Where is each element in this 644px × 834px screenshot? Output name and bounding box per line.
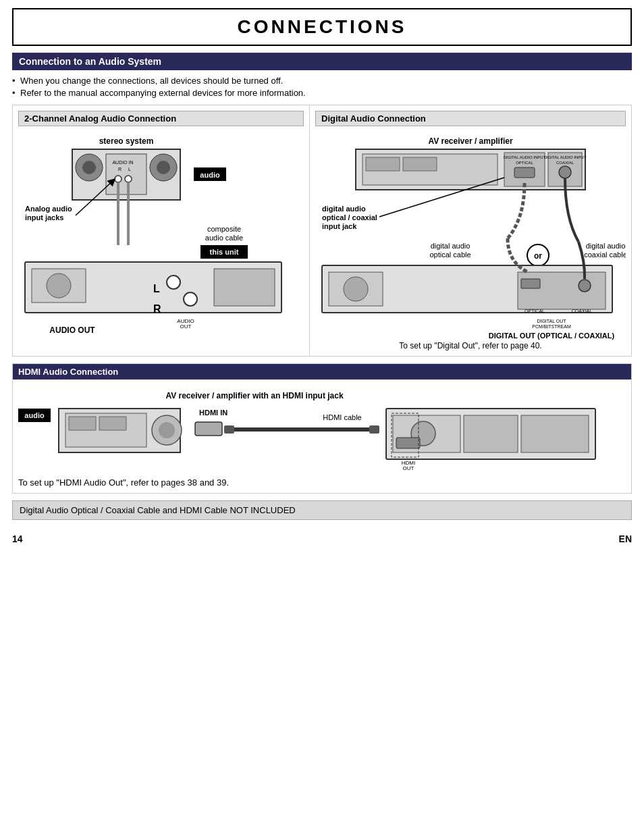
svg-text:AV receiver / amplifier: AV receiver / amplifier	[428, 136, 513, 146]
svg-text:COAXIAL: COAXIAL	[556, 161, 574, 165]
svg-rect-27	[214, 269, 275, 306]
svg-text:digital audio: digital audio	[431, 242, 471, 250]
bullet-list: When you change the connections, all dev…	[12, 76, 632, 98]
svg-rect-85	[369, 425, 379, 434]
svg-text:Analog audio: Analog audio	[25, 205, 72, 213]
svg-point-11	[125, 176, 132, 182]
svg-rect-61	[518, 272, 606, 309]
svg-text:COAXIAL: COAXIAL	[572, 309, 592, 313]
page-title: CONNECTIONS	[14, 16, 630, 38]
svg-point-3	[82, 161, 96, 174]
page-title-bar: CONNECTIONS	[12, 8, 632, 46]
hdmi-svg: audio AV receiver / amplifier with an HD…	[18, 385, 626, 473]
svg-text:L: L	[153, 283, 160, 294]
svg-text:this unit: this unit	[210, 248, 239, 256]
svg-text:optical / coaxial: optical / coaxial	[322, 213, 377, 221]
hdmi-inner: audio AV receiver / amplifier with an HD…	[13, 380, 631, 493]
svg-text:AV receiver / amplifier with a: AV receiver / amplifier with an HDMI inp…	[165, 391, 344, 400]
section1-header: Connection to an Audio System	[12, 53, 632, 70]
svg-rect-89	[521, 415, 589, 452]
svg-text:HDMI cable: HDMI cable	[323, 413, 361, 421]
svg-point-79	[159, 422, 175, 438]
analog-svg: stereo system AUDIO IN R L Analog audio	[18, 130, 302, 340]
svg-rect-83	[224, 425, 234, 434]
svg-rect-38	[366, 157, 400, 171]
svg-point-10	[115, 176, 122, 182]
svg-text:R: R	[118, 167, 122, 172]
hdmi-section: HDMI Audio Connection audio AV receiver …	[12, 363, 632, 494]
hdmi-header: HDMI Audio Connection	[13, 364, 631, 380]
svg-rect-88	[464, 415, 518, 452]
hdmi-setup-note: To set up "HDMI Audio Out", refer to pag…	[18, 477, 626, 488]
svg-rect-93	[396, 438, 420, 448]
svg-text:OPTICAL: OPTICAL	[516, 161, 533, 165]
svg-rect-81	[195, 422, 222, 436]
bullet-2: Refer to the manual accompanying externa…	[12, 88, 632, 98]
svg-rect-64	[521, 279, 540, 288]
bullet-1: When you change the connections, all dev…	[12, 76, 632, 86]
language-code: EN	[619, 533, 632, 544]
svg-text:input jack: input jack	[322, 222, 357, 230]
svg-point-30	[167, 276, 180, 289]
page-number-bar: 14 EN	[12, 533, 632, 544]
svg-text:input jacks: input jacks	[25, 213, 63, 221]
svg-text:DIGITAL AUDIO INPUT: DIGITAL AUDIO INPUT	[544, 155, 587, 159]
svg-point-31	[184, 292, 197, 306]
svg-point-65	[579, 280, 591, 292]
digital-col: Digital Audio Connection AV receiver / a…	[310, 105, 631, 356]
svg-text:HDMI IN: HDMI IN	[199, 409, 227, 417]
svg-text:optical cable: optical cable	[429, 251, 471, 259]
svg-text:DIGITAL AUDIO INPUT: DIGITAL AUDIO INPUT	[504, 155, 546, 159]
svg-text:OUT: OUT	[403, 465, 414, 471]
analog-diagram: stereo system AUDIO IN R L Analog audio	[18, 130, 304, 340]
svg-point-47	[559, 166, 571, 178]
svg-text:OUT: OUT	[180, 323, 192, 330]
digital-svg: AV receiver / amplifier DIGITAL AUDIO IN…	[315, 130, 626, 340]
footer-note-box: Digital Audio Optical / Coaxial Cable an…	[12, 500, 632, 520]
svg-rect-84	[234, 427, 369, 432]
svg-rect-39	[403, 157, 437, 171]
svg-text:AUDIO IN: AUDIO IN	[112, 160, 133, 165]
svg-text:audio: audio	[200, 171, 220, 179]
svg-text:or: or	[534, 251, 542, 261]
svg-text:composite: composite	[207, 225, 241, 233]
svg-text:AUDIO OUT: AUDIO OUT	[49, 325, 95, 335]
page-number: 14	[12, 533, 23, 544]
digital-diagram: AV receiver / amplifier DIGITAL AUDIO IN…	[315, 130, 626, 340]
svg-text:R: R	[153, 303, 161, 315]
svg-text:OPTICAL: OPTICAL	[525, 309, 545, 313]
svg-point-5	[157, 161, 170, 174]
svg-text:digital audio: digital audio	[586, 242, 626, 250]
svg-rect-76	[69, 417, 96, 430]
digital-header: Digital Audio Connection	[315, 111, 626, 126]
svg-text:stereo system: stereo system	[99, 136, 154, 146]
svg-rect-77	[99, 417, 126, 430]
svg-point-60	[344, 277, 368, 301]
analog-header: 2-Channel Analog Audio Connection	[18, 111, 304, 126]
svg-point-26	[47, 273, 71, 298]
digital-out-note: To set up "Digital Out", refer to page 4…	[315, 341, 626, 350]
svg-rect-46	[514, 167, 535, 178]
svg-text:PCM/BITSTREAM: PCM/BITSTREAM	[532, 324, 571, 329]
analog-col: 2-Channel Analog Audio Connection stereo…	[13, 105, 310, 356]
svg-text:L: L	[128, 167, 131, 172]
two-col-section: 2-Channel Analog Audio Connection stereo…	[12, 105, 632, 357]
svg-text:coaxial cable: coaxial cable	[584, 251, 626, 259]
svg-text:DIGITAL OUT: DIGITAL OUT	[537, 319, 566, 323]
svg-text:digital audio: digital audio	[322, 205, 366, 213]
svg-text:audio: audio	[24, 411, 45, 419]
svg-text:audio cable: audio cable	[205, 234, 243, 242]
svg-text:DIGITAL OUT (OPTICAL / COAXIAL: DIGITAL OUT (OPTICAL / COAXIAL)	[489, 332, 615, 340]
